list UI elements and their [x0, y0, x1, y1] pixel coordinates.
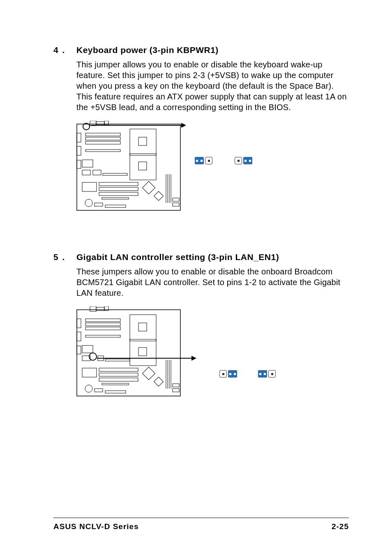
- svg-rect-10: [85, 141, 120, 144]
- diagram-lan-en1: [76, 306, 349, 409]
- svg-rect-55: [105, 359, 130, 361]
- svg-rect-8: [85, 133, 120, 136]
- heading-row: 4 . Keyboard power (3-pin KBPWR1): [53, 45, 349, 55]
- svg-rect-68: [173, 389, 179, 392]
- motherboard-icon: [76, 121, 181, 211]
- jumper-setting-alt: [235, 157, 252, 164]
- jumper-pin-icon: [205, 157, 212, 164]
- svg-rect-41: [77, 332, 81, 341]
- svg-rect-16: [82, 160, 93, 167]
- heading-title: Gigabit LAN controller setting (3-pin LA…: [76, 252, 279, 262]
- svg-rect-23: [99, 192, 138, 196]
- heading-row: 5 . Gigabit LAN controller setting (3-pi…: [53, 252, 349, 262]
- svg-rect-9: [85, 137, 120, 140]
- section-4: 4 . Keyboard power (3-pin KBPWR1) This j…: [53, 45, 349, 223]
- svg-rect-45: [85, 327, 120, 330]
- svg-rect-22: [99, 187, 138, 191]
- body-text: This jumper allows you to enable or disa…: [76, 59, 349, 113]
- jumper-pin-icon: [235, 157, 242, 164]
- svg-rect-42: [77, 346, 81, 354]
- svg-rect-60: [102, 383, 129, 385]
- svg-rect-24: [102, 198, 129, 199]
- svg-rect-70: [95, 389, 103, 392]
- svg-rect-21: [99, 182, 138, 186]
- body-text: These jumpers allow you to enable or dis…: [76, 266, 349, 298]
- svg-rect-18: [93, 170, 101, 175]
- footer-left: ASUS NCLV-D Series: [53, 522, 139, 531]
- svg-rect-57: [99, 368, 138, 371]
- svg-rect-25: [142, 181, 155, 194]
- svg-point-69: [85, 385, 92, 392]
- svg-rect-61: [142, 367, 155, 380]
- jumper-cap-icon: [228, 370, 237, 378]
- svg-rect-67: [173, 384, 179, 387]
- svg-rect-11: [85, 150, 120, 152]
- svg-rect-51: [82, 345, 93, 353]
- jumper-setting-alt: [258, 370, 276, 378]
- svg-rect-2: [96, 122, 104, 125]
- svg-rect-59: [99, 378, 138, 381]
- svg-rect-5: [77, 133, 81, 142]
- svg-rect-13: [138, 137, 147, 145]
- heading-number: 4 .: [53, 45, 76, 55]
- svg-rect-6: [77, 146, 81, 155]
- svg-rect-14: [130, 154, 156, 180]
- svg-rect-12: [130, 129, 156, 155]
- jumper-cap-icon: [195, 157, 204, 164]
- jumper-pin-icon: [268, 370, 276, 378]
- svg-rect-58: [99, 373, 138, 376]
- arrow-icon: [91, 125, 185, 126]
- svg-rect-17: [82, 170, 90, 175]
- svg-rect-43: [85, 319, 120, 322]
- svg-rect-32: [173, 203, 179, 206]
- heading-title: Keyboard power (3-pin KBPWR1): [76, 45, 219, 55]
- arrow-icon: [97, 358, 196, 359]
- svg-rect-71: [105, 391, 126, 393]
- svg-rect-37: [90, 306, 96, 311]
- svg-rect-47: [130, 315, 156, 341]
- page-footer: ASUS NCLV-D Series 2-25: [53, 518, 349, 531]
- svg-rect-19: [103, 173, 127, 175]
- svg-rect-35: [105, 205, 126, 207]
- svg-rect-62: [154, 377, 164, 387]
- motherboard-icon: [76, 306, 181, 397]
- svg-rect-56: [82, 368, 97, 377]
- svg-rect-20: [82, 182, 97, 191]
- svg-rect-50: [138, 348, 147, 356]
- svg-point-33: [85, 199, 92, 207]
- svg-rect-48: [138, 323, 147, 331]
- jumper-cap-icon: [243, 157, 252, 164]
- svg-rect-7: [77, 160, 81, 168]
- heading-number: 5 .: [53, 252, 76, 262]
- svg-rect-34: [95, 203, 103, 206]
- svg-rect-26: [154, 191, 164, 201]
- footer-right: 2-25: [332, 522, 349, 531]
- jumper-cap-icon: [258, 370, 267, 378]
- jumper-setting-default: [219, 370, 237, 378]
- jumper-pin-icon: [219, 370, 227, 378]
- section-5: 5 . Gigabit LAN controller setting (3-pi…: [53, 252, 349, 409]
- svg-rect-44: [85, 323, 120, 326]
- svg-rect-49: [130, 339, 156, 366]
- jumper-setting-default: [195, 157, 212, 164]
- svg-rect-40: [77, 319, 81, 328]
- diagram-kbpwr1: [76, 121, 349, 223]
- svg-rect-46: [85, 335, 120, 337]
- svg-rect-31: [173, 198, 179, 201]
- svg-rect-15: [138, 162, 147, 170]
- svg-rect-38: [96, 307, 104, 311]
